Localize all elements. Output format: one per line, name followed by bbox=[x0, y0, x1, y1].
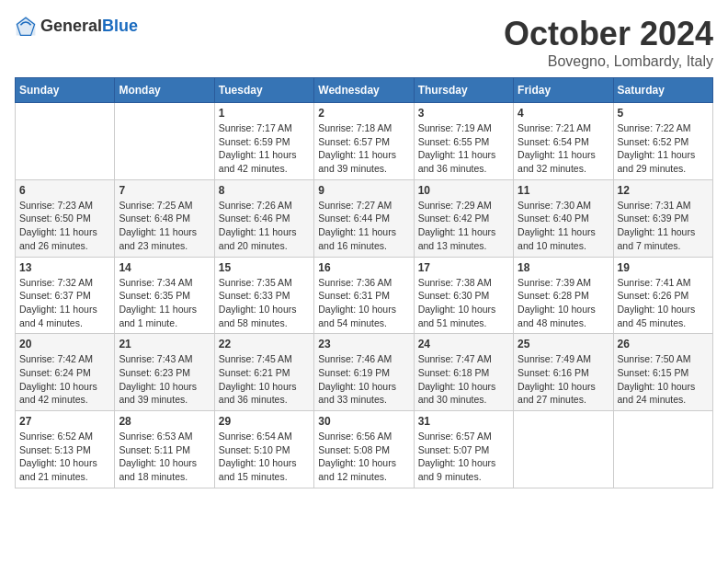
calendar-cell: 21Sunrise: 7:43 AM Sunset: 6:23 PM Dayli… bbox=[115, 334, 214, 411]
title-block: October 2024 Bovegno, Lombardy, Italy bbox=[504, 15, 713, 70]
calendar-cell: 29Sunrise: 6:54 AM Sunset: 5:10 PM Dayli… bbox=[214, 411, 313, 488]
day-info: Sunrise: 6:52 AM Sunset: 5:13 PM Dayligh… bbox=[19, 430, 110, 484]
calendar-cell: 2Sunrise: 7:18 AM Sunset: 6:57 PM Daylig… bbox=[314, 103, 414, 180]
calendar-week-row: 27Sunrise: 6:52 AM Sunset: 5:13 PM Dayli… bbox=[16, 411, 713, 488]
logo-blue: Blue bbox=[102, 17, 138, 35]
calendar-cell: 15Sunrise: 7:35 AM Sunset: 6:33 PM Dayli… bbox=[214, 257, 313, 334]
day-info: Sunrise: 7:49 AM Sunset: 6:16 PM Dayligh… bbox=[518, 352, 609, 407]
calendar-cell: 16Sunrise: 7:36 AM Sunset: 6:31 PM Dayli… bbox=[314, 257, 414, 334]
calendar-cell bbox=[16, 103, 115, 180]
calendar-cell bbox=[613, 411, 712, 488]
calendar-cell: 8Sunrise: 7:26 AM Sunset: 6:46 PM Daylig… bbox=[214, 179, 313, 257]
calendar-cell: 31Sunrise: 6:57 AM Sunset: 5:07 PM Dayli… bbox=[414, 411, 513, 488]
day-number: 17 bbox=[418, 261, 509, 274]
month-title: October 2024 bbox=[504, 15, 713, 53]
logo: GeneralBlue bbox=[15, 15, 138, 37]
page-header: GeneralBlue October 2024 Bovegno, Lombar… bbox=[15, 15, 713, 70]
day-info: Sunrise: 7:30 AM Sunset: 6:40 PM Dayligh… bbox=[518, 199, 609, 253]
day-number: 22 bbox=[219, 338, 310, 350]
day-number: 12 bbox=[618, 184, 709, 197]
day-info: Sunrise: 6:57 AM Sunset: 5:07 PM Dayligh… bbox=[418, 430, 509, 484]
day-info: Sunrise: 7:41 AM Sunset: 6:26 PM Dayligh… bbox=[618, 276, 709, 330]
day-number: 28 bbox=[119, 415, 210, 428]
day-number: 21 bbox=[119, 338, 210, 350]
calendar-cell: 10Sunrise: 7:29 AM Sunset: 6:42 PM Dayli… bbox=[414, 179, 513, 257]
calendar-cell: 12Sunrise: 7:31 AM Sunset: 6:39 PM Dayli… bbox=[613, 179, 712, 257]
day-number: 5 bbox=[618, 107, 709, 120]
day-number: 9 bbox=[318, 184, 409, 197]
calendar-cell: 13Sunrise: 7:32 AM Sunset: 6:37 PM Dayli… bbox=[16, 257, 115, 334]
calendar-cell: 4Sunrise: 7:21 AM Sunset: 6:54 PM Daylig… bbox=[514, 103, 613, 180]
calendar-week-row: 6Sunrise: 7:23 AM Sunset: 6:50 PM Daylig… bbox=[16, 179, 713, 257]
calendar-cell: 19Sunrise: 7:41 AM Sunset: 6:26 PM Dayli… bbox=[613, 257, 712, 334]
location: Bovegno, Lombardy, Italy bbox=[504, 53, 713, 70]
weekday-header-monday: Monday bbox=[115, 78, 214, 103]
calendar-cell: 24Sunrise: 7:47 AM Sunset: 6:18 PM Dayli… bbox=[414, 334, 513, 411]
calendar-cell: 5Sunrise: 7:22 AM Sunset: 6:52 PM Daylig… bbox=[613, 103, 712, 180]
day-info: Sunrise: 7:36 AM Sunset: 6:31 PM Dayligh… bbox=[318, 276, 409, 330]
day-info: Sunrise: 7:42 AM Sunset: 6:24 PM Dayligh… bbox=[19, 352, 110, 407]
day-number: 1 bbox=[219, 107, 310, 120]
day-info: Sunrise: 7:45 AM Sunset: 6:21 PM Dayligh… bbox=[219, 352, 310, 407]
day-number: 30 bbox=[318, 415, 409, 428]
day-number: 14 bbox=[119, 261, 210, 274]
day-number: 23 bbox=[318, 338, 409, 350]
day-info: Sunrise: 7:21 AM Sunset: 6:54 PM Dayligh… bbox=[518, 121, 609, 176]
day-number: 26 bbox=[618, 338, 709, 350]
day-info: Sunrise: 7:32 AM Sunset: 6:37 PM Dayligh… bbox=[19, 276, 110, 330]
calendar-cell: 23Sunrise: 7:46 AM Sunset: 6:19 PM Dayli… bbox=[314, 334, 414, 411]
calendar-cell: 26Sunrise: 7:50 AM Sunset: 6:15 PM Dayli… bbox=[613, 334, 712, 411]
weekday-header-wednesday: Wednesday bbox=[314, 78, 414, 103]
day-number: 8 bbox=[219, 184, 310, 197]
weekday-header-tuesday: Tuesday bbox=[214, 78, 313, 103]
weekday-header-friday: Friday bbox=[514, 78, 613, 103]
day-info: Sunrise: 7:26 AM Sunset: 6:46 PM Dayligh… bbox=[219, 199, 310, 253]
day-number: 27 bbox=[19, 415, 110, 428]
day-info: Sunrise: 7:27 AM Sunset: 6:44 PM Dayligh… bbox=[318, 199, 409, 253]
day-number: 7 bbox=[119, 184, 210, 197]
day-number: 13 bbox=[19, 261, 110, 274]
calendar-cell: 28Sunrise: 6:53 AM Sunset: 5:11 PM Dayli… bbox=[115, 411, 214, 488]
day-number: 20 bbox=[19, 338, 110, 350]
logo-icon bbox=[15, 15, 37, 37]
calendar-cell bbox=[115, 103, 214, 180]
logo-text: GeneralBlue bbox=[40, 17, 138, 36]
day-number: 15 bbox=[219, 261, 310, 274]
day-info: Sunrise: 7:22 AM Sunset: 6:52 PM Dayligh… bbox=[618, 121, 709, 176]
calendar-cell: 14Sunrise: 7:34 AM Sunset: 6:35 PM Dayli… bbox=[115, 257, 214, 334]
day-info: Sunrise: 7:19 AM Sunset: 6:55 PM Dayligh… bbox=[418, 121, 509, 176]
day-info: Sunrise: 7:35 AM Sunset: 6:33 PM Dayligh… bbox=[219, 276, 310, 330]
day-info: Sunrise: 7:23 AM Sunset: 6:50 PM Dayligh… bbox=[19, 199, 110, 253]
day-number: 6 bbox=[19, 184, 110, 197]
calendar-cell: 6Sunrise: 7:23 AM Sunset: 6:50 PM Daylig… bbox=[16, 179, 115, 257]
day-info: Sunrise: 6:56 AM Sunset: 5:08 PM Dayligh… bbox=[318, 430, 409, 484]
calendar-cell: 30Sunrise: 6:56 AM Sunset: 5:08 PM Dayli… bbox=[314, 411, 414, 488]
logo-general: General bbox=[40, 17, 102, 35]
day-number: 29 bbox=[219, 415, 310, 428]
svg-marker-0 bbox=[17, 17, 36, 36]
day-info: Sunrise: 7:46 AM Sunset: 6:19 PM Dayligh… bbox=[318, 352, 409, 407]
day-info: Sunrise: 7:17 AM Sunset: 6:59 PM Dayligh… bbox=[219, 121, 310, 176]
day-info: Sunrise: 7:38 AM Sunset: 6:30 PM Dayligh… bbox=[418, 276, 509, 330]
day-number: 18 bbox=[518, 261, 609, 274]
calendar-week-row: 20Sunrise: 7:42 AM Sunset: 6:24 PM Dayli… bbox=[16, 334, 713, 411]
calendar-week-row: 13Sunrise: 7:32 AM Sunset: 6:37 PM Dayli… bbox=[16, 257, 713, 334]
day-number: 2 bbox=[318, 107, 409, 120]
calendar-cell: 7Sunrise: 7:25 AM Sunset: 6:48 PM Daylig… bbox=[115, 179, 214, 257]
day-info: Sunrise: 7:39 AM Sunset: 6:28 PM Dayligh… bbox=[518, 276, 609, 330]
calendar-cell: 9Sunrise: 7:27 AM Sunset: 6:44 PM Daylig… bbox=[314, 179, 414, 257]
calendar-cell: 18Sunrise: 7:39 AM Sunset: 6:28 PM Dayli… bbox=[514, 257, 613, 334]
calendar-cell: 1Sunrise: 7:17 AM Sunset: 6:59 PM Daylig… bbox=[214, 103, 313, 180]
calendar-week-row: 1Sunrise: 7:17 AM Sunset: 6:59 PM Daylig… bbox=[16, 103, 713, 180]
day-info: Sunrise: 7:43 AM Sunset: 6:23 PM Dayligh… bbox=[119, 352, 210, 407]
calendar-cell bbox=[514, 411, 613, 488]
day-info: Sunrise: 6:53 AM Sunset: 5:11 PM Dayligh… bbox=[119, 430, 210, 484]
weekday-header-thursday: Thursday bbox=[414, 78, 513, 103]
day-info: Sunrise: 7:29 AM Sunset: 6:42 PM Dayligh… bbox=[418, 199, 509, 253]
weekday-header-row: SundayMondayTuesdayWednesdayThursdayFrid… bbox=[16, 78, 713, 103]
calendar-cell: 22Sunrise: 7:45 AM Sunset: 6:21 PM Dayli… bbox=[214, 334, 313, 411]
day-info: Sunrise: 7:25 AM Sunset: 6:48 PM Dayligh… bbox=[119, 199, 210, 253]
day-info: Sunrise: 7:31 AM Sunset: 6:39 PM Dayligh… bbox=[618, 199, 709, 253]
day-number: 24 bbox=[418, 338, 509, 350]
calendar-table: SundayMondayTuesdayWednesdayThursdayFrid… bbox=[15, 77, 713, 488]
